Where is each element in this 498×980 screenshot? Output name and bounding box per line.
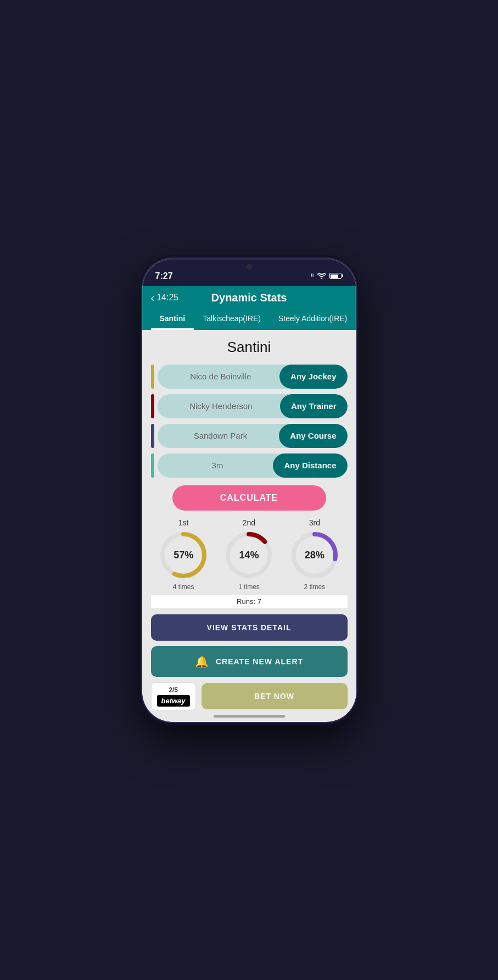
stat-item-2nd: 2nd 14%1 times [224,518,273,591]
filter-input-area-distance: 3mAny Distance [158,453,348,478]
filter-button-distance[interactable]: Any Distance [273,453,347,478]
filter-color-trainer [151,394,154,418]
filter-row-course: Sandown ParkAny Course [151,424,348,448]
stat-percent-3rd: 28% [305,549,324,561]
wifi-icon [317,273,326,279]
bet-now-button[interactable]: BET NOW [202,683,348,709]
stat-item-3rd: 3rd 28%2 times [290,518,339,591]
filter-color-distance [151,453,154,478]
filter-input-area-jockey: Nico de BoinvilleAny Jockey [158,365,348,389]
bell-icon: 🔔 [195,655,209,668]
status-time: 7:27 [155,271,173,281]
main-content: Santini Nico de BoinvilleAny JockeyNicky… [142,330,356,712]
stat-circle-3rd: 28% [290,530,339,580]
tabs-row: Santini Talkischeap(IRE) Steely Addition… [151,310,348,330]
camera [247,264,252,270]
filter-input-area-trainer: Nicky HendersonAny Trainer [158,394,348,418]
tab-talkischeap[interactable]: Talkischeap(IRE) [194,310,270,330]
filter-row-jockey: Nico de BoinvilleAny Jockey [151,365,348,389]
horse-name: Santini [151,339,348,356]
bet-odds: 2/5 [157,686,190,694]
stat-percent-1st: 57% [174,549,193,561]
header-top: ‹ 14:25 Dynamic Stats [151,292,348,310]
calculate-button[interactable]: CALCULATE [172,485,326,511]
stats-row: 1st 57%4 times2nd 14%1 times3rd 28%2 tim… [151,518,348,591]
view-stats-button[interactable]: VIEW STATS DETAIL [151,614,348,641]
runs-label: Runs: 7 [151,595,348,608]
page-title: Dynamic Stats [211,292,287,304]
filter-input-area-course: Sandown ParkAny Course [158,424,348,448]
filter-color-jockey [151,365,154,389]
create-alert-button[interactable]: 🔔 CREATE NEW ALERT [151,646,348,677]
status-bar: 7:27 ⠿ [142,259,356,286]
app-header: ‹ 14:25 Dynamic Stats Santini Talkischea… [142,286,356,330]
back-chevron-icon: ‹ [151,292,155,304]
notch [208,259,290,275]
phone-screen: 7:27 ⠿ [142,259,356,722]
stat-position-2nd: 2nd [243,518,255,527]
stat-times-3rd: 2 times [304,583,325,591]
tab-steely[interactable]: Steely Addition(IRE) [270,310,348,330]
filters-container: Nico de BoinvilleAny JockeyNicky Henders… [151,365,348,478]
stat-circle-2nd: 14% [224,530,273,580]
signal-icon: ⠿ [310,273,314,279]
filter-button-trainer[interactable]: Any Trainer [280,394,348,418]
filter-color-course [151,424,154,448]
filter-current-course: Sandown Park [158,431,279,440]
stat-circle-1st: 57% [159,530,208,580]
filter-row-distance: 3mAny Distance [151,453,348,478]
filter-current-distance: 3m [158,461,273,470]
filter-row-trainer: Nicky HendersonAny Trainer [151,394,348,418]
filter-current-jockey: Nico de Boinville [158,372,280,381]
stat-times-2nd: 1 times [238,583,260,591]
home-indicator [214,715,285,718]
status-icons: ⠿ [310,273,343,279]
filter-button-jockey[interactable]: Any Jockey [279,365,347,389]
filter-current-trainer: Nicky Henderson [158,401,280,411]
betway-logo: betway [157,695,190,707]
filter-button-course[interactable]: Any Course [279,424,347,448]
bet-row: 2/5 betway BET NOW [151,682,348,710]
phone-frame: 7:27 ⠿ [142,259,356,722]
tab-santini[interactable]: Santini [151,310,194,330]
back-button[interactable]: ‹ 14:25 [151,292,179,304]
stat-position-3rd: 3rd [309,518,320,527]
stat-position-1st: 1st [178,518,189,527]
create-alert-label: CREATE NEW ALERT [216,657,303,666]
stat-item-1st: 1st 57%4 times [159,518,208,591]
stat-percent-2nd: 14% [239,549,259,561]
betway-box: 2/5 betway [151,682,196,710]
back-time-label: 14:25 [156,293,178,303]
battery-icon [329,273,343,279]
stat-times-1st: 4 times [173,583,194,591]
